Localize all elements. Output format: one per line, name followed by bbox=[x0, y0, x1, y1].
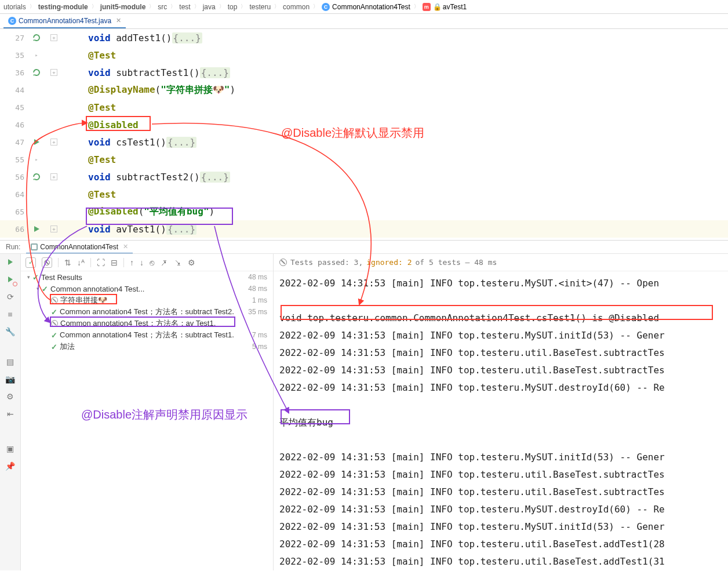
show-passed-button[interactable]: ✓ bbox=[26, 257, 36, 268]
chevron-down-icon[interactable]: ▾ bbox=[34, 286, 42, 292]
fold-toggle[interactable]: + bbox=[45, 139, 63, 146]
code-line[interactable]: 56+void subtractTest2(){...} bbox=[0, 168, 728, 186]
code-line[interactable]: 47+void csTest1(){...} bbox=[0, 133, 728, 151]
code-line[interactable]: 36+void subtractTest1(){...} bbox=[0, 64, 728, 81]
breadcrumb-class[interactable]: CommonAnnotation4Test bbox=[332, 3, 410, 11]
more-icon[interactable]: ▣ bbox=[5, 443, 16, 454]
code-line[interactable]: 64@Test bbox=[0, 186, 728, 203]
code-line[interactable]: 27+void addTest1(){...} bbox=[0, 29, 728, 46]
chevron-right-icon: 〉 bbox=[313, 3, 318, 10]
next-icon[interactable]: ↓ bbox=[140, 258, 144, 267]
stop-button[interactable]: ■ bbox=[5, 308, 16, 320]
breadcrumb-item[interactable]: src bbox=[158, 3, 167, 11]
code-line[interactable]: 44@DisplayName("字符串拼接🐶") bbox=[0, 81, 728, 99]
code-line[interactable]: 65@Disabled("平均值有bug") bbox=[0, 203, 728, 220]
console-line: 2022-02-09 14:31:53 [main] INFO top.test… bbox=[279, 518, 722, 536]
tree-test-item[interactable]: ✓Common annotation4 Test；方法名：subtract Te… bbox=[21, 306, 273, 318]
code-text: void csTest1(){...} bbox=[63, 137, 728, 148]
tree-item-label: Common annotation4 Test... bbox=[50, 285, 248, 293]
console-output[interactable]: 2022-02-09 14:31:53 [main] INFO top.test… bbox=[274, 271, 728, 570]
breadcrumb-item[interactable]: utorials bbox=[3, 3, 26, 11]
tree-test-item[interactable]: ✓加法5 ms bbox=[21, 341, 273, 352]
run-test-cycle-icon[interactable] bbox=[28, 68, 45, 77]
code-line[interactable]: 45@Test bbox=[0, 99, 728, 116]
breadcrumb-item[interactable]: java bbox=[203, 3, 216, 11]
tree-item-label: Common annotation4 Test；方法名：av Test1. bbox=[60, 318, 267, 329]
chevron-right-icon: 〉 bbox=[219, 3, 224, 10]
tree-item-label: 加法 bbox=[60, 341, 252, 352]
code-line[interactable]: 66+void avTest1(){...} bbox=[0, 220, 728, 238]
class-icon: C bbox=[322, 3, 330, 11]
show-ignored-button[interactable] bbox=[42, 257, 52, 268]
expand-icon[interactable]: ⛶ bbox=[97, 258, 105, 267]
code-text: void subtractTest1(){...} bbox=[63, 67, 728, 78]
tree-test-item[interactable]: Common annotation4 Test；方法名：av Test1. bbox=[21, 318, 273, 329]
editor-tab-bar: C CommonAnnotation4Test.java ✕ bbox=[0, 14, 728, 29]
run-test-cycle-icon[interactable] bbox=[28, 172, 45, 181]
code-text: void subtractTest2(){...} bbox=[63, 172, 728, 183]
gutter-chevron-icon[interactable]: ▸ bbox=[28, 157, 45, 162]
console-line: 2022-02-09 14:31:53 [main] INFO top.test… bbox=[279, 501, 722, 518]
line-number: 27 bbox=[0, 34, 28, 42]
chevron-down-icon[interactable]: ▾ bbox=[24, 274, 32, 280]
layout-icon[interactable]: ▤ bbox=[5, 356, 16, 368]
console-line: 2022-02-09 14:31:53 [main] INFO top.test… bbox=[279, 483, 722, 501]
editor-tab[interactable]: C CommonAnnotation4Test.java ✕ bbox=[3, 14, 126, 28]
code-editor[interactable]: 27+void addTest1(){...}35▸@Test36+void s… bbox=[0, 29, 728, 240]
gutter-chevron-icon[interactable]: ▸ bbox=[28, 52, 45, 58]
ignored-icon bbox=[51, 320, 58, 327]
tree-root[interactable]: ▾✓Test Results48 ms bbox=[21, 271, 273, 283]
tab-title: CommonAnnotation4Test.java bbox=[19, 17, 111, 25]
open-icon[interactable]: ⭸ bbox=[174, 258, 182, 267]
fold-toggle[interactable]: + bbox=[45, 226, 63, 232]
wrench-icon[interactable]: 🔧 bbox=[5, 326, 16, 337]
sort-icon[interactable]: ⇅ bbox=[64, 258, 71, 267]
run-config-tab[interactable]: CommonAnnotation4Test ✕ bbox=[26, 241, 133, 253]
fold-toggle[interactable]: + bbox=[45, 173, 63, 180]
gear-icon[interactable]: ⚙ bbox=[5, 391, 16, 402]
sort-alpha-icon[interactable]: ↓ᴬ bbox=[77, 258, 85, 267]
fold-toggle[interactable]: + bbox=[45, 69, 63, 76]
export-icon[interactable]: ⎋ bbox=[150, 258, 154, 267]
breadcrumb-item[interactable]: junit5-module bbox=[100, 3, 146, 11]
breadcrumb-item[interactable]: testeru bbox=[249, 3, 271, 11]
breadcrumb-method[interactable]: avTest1 bbox=[443, 3, 467, 11]
run-test-icon[interactable] bbox=[28, 138, 45, 146]
line-number: 46 bbox=[0, 121, 28, 129]
exit-icon[interactable]: ⇤ bbox=[5, 408, 16, 420]
line-number: 47 bbox=[0, 138, 28, 147]
run-test-icon[interactable] bbox=[28, 225, 45, 233]
tree-test-item[interactable]: 字符串拼接🐶1 ms bbox=[21, 294, 273, 306]
close-icon[interactable]: ✕ bbox=[116, 17, 121, 24]
tree-item-time: 48 ms bbox=[248, 285, 273, 293]
breadcrumb-item[interactable]: test bbox=[179, 3, 190, 11]
run-config-icon bbox=[31, 243, 38, 250]
breadcrumb-item[interactable]: testing-module bbox=[38, 3, 88, 11]
rerun-failed-button[interactable] bbox=[5, 274, 16, 285]
test-tree[interactable]: ▾✓Test Results48 ms▾✓Common annotation4 … bbox=[21, 271, 273, 570]
camera-icon[interactable]: 📷 bbox=[5, 373, 16, 385]
code-line[interactable]: 46@Disabled bbox=[0, 116, 728, 133]
tree-item-time: 48 ms bbox=[248, 273, 273, 281]
rerun-button[interactable] bbox=[5, 256, 16, 268]
tree-item-time: 1 ms bbox=[252, 296, 273, 304]
code-line[interactable]: 55▸@Test bbox=[0, 151, 728, 168]
breadcrumb-item[interactable]: common bbox=[283, 3, 310, 11]
fold-toggle[interactable]: + bbox=[45, 34, 63, 41]
code-text: @Test bbox=[63, 154, 728, 165]
tree-suite[interactable]: ▾✓Common annotation4 Test...48 ms bbox=[21, 283, 273, 294]
import-icon[interactable]: ⭷ bbox=[160, 258, 168, 267]
tree-test-item[interactable]: ✓Common annotation4 Test；方法名：subtract Te… bbox=[21, 329, 273, 341]
collapse-icon[interactable]: ⊟ bbox=[111, 258, 118, 267]
close-icon[interactable]: ✕ bbox=[123, 243, 128, 250]
prev-icon[interactable]: ↑ bbox=[130, 258, 134, 267]
code-text: @Disabled("平均值有bug") bbox=[63, 206, 728, 218]
breadcrumb-item[interactable]: top bbox=[228, 3, 238, 11]
toggle-auto-button[interactable]: ⟳ bbox=[5, 291, 16, 303]
run-test-cycle-icon[interactable] bbox=[28, 33, 45, 42]
line-number: 36 bbox=[0, 68, 28, 77]
code-line[interactable]: 35▸@Test bbox=[0, 46, 728, 64]
gear-icon[interactable]: ⚙ bbox=[188, 258, 195, 267]
ignored-icon bbox=[51, 297, 58, 304]
pin-icon[interactable]: 📌 bbox=[5, 460, 16, 472]
